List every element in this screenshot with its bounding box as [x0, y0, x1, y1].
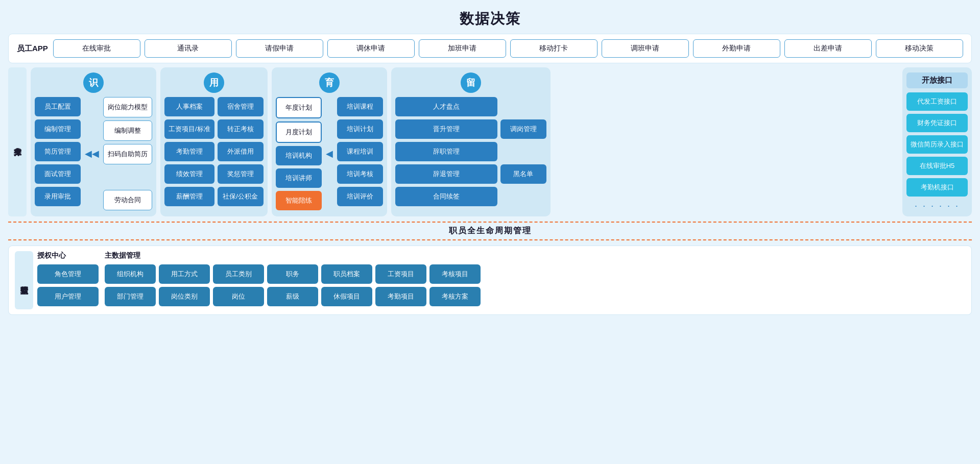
main-data-section-title: 主数据管理 — [105, 251, 965, 260]
emp-app-button[interactable]: 调休申请 — [327, 39, 415, 58]
biz-button-外派借用[interactable]: 外派借用 — [218, 142, 264, 161]
biz-section-留: 留人才盘点晋升管理辞职管理辞退管理合同续签调岗管理黑名单 — [391, 67, 551, 216]
emp-app-button[interactable]: 加班申请 — [419, 39, 506, 58]
emp-app-button[interactable]: 在线审批 — [53, 39, 140, 58]
emp-app-buttons: 在线审批通讯录请假申请调休申请加班申请移动打卡调班申请外勤申请出差申请移动决策 — [53, 39, 963, 58]
main-data-button[interactable]: 岗位 — [213, 287, 264, 306]
biz-button-薪酬管理[interactable]: 薪酬管理 — [164, 187, 214, 206]
biz-button-岗位能力模型[interactable]: 岗位能力模型 — [103, 97, 152, 117]
biz-button-面试管理[interactable]: 面试管理 — [35, 164, 81, 184]
biz-btn-spacer — [500, 142, 546, 161]
biz-button-转正考核[interactable]: 转正考核 — [218, 119, 264, 139]
main-data-row: 组织机构用工方式员工类别职务职员档案工资项目考核项目 — [105, 264, 965, 284]
main-data-button[interactable]: 岗位类别 — [159, 287, 210, 306]
biz-button-晋升管理[interactable]: 晋升管理 — [395, 119, 497, 139]
biz-section-inner-用: 人事档案工资项目/标准考勤管理绩效管理薪酬管理宿舍管理转正考核外派借用奖惩管理社… — [164, 97, 264, 206]
biz-button-培训考核[interactable]: 培训考核 — [337, 164, 383, 184]
biz-button-培训机构[interactable]: 培训机构 — [276, 146, 322, 165]
biz-button-简历管理[interactable]: 简历管理 — [35, 142, 81, 161]
auth-button[interactable]: 用户管理 — [37, 287, 99, 306]
auth-section: 授权中心 角色管理用户管理 — [37, 251, 99, 309]
main-data-button[interactable]: 工资项目 — [375, 264, 426, 284]
biz-col: 宿舍管理转正考核外派借用奖惩管理社保/公积金 — [218, 97, 264, 206]
open-interface-button[interactable]: 在线审批H5 — [906, 157, 968, 175]
main-data-button[interactable]: 部门管理 — [105, 287, 156, 306]
emp-app-button[interactable]: 调班申请 — [602, 39, 689, 58]
emp-app-label: 员工APP — [17, 44, 48, 54]
section-circle-育: 育 — [319, 72, 340, 93]
biz-button-月度计划[interactable]: 月度计划 — [276, 121, 322, 143]
main-data-section: 主数据管理 组织机构用工方式员工类别职务职员档案工资项目考核项目部门管理岗位类别… — [105, 251, 965, 309]
emp-app-row: 员工APP 在线审批通讯录请假申请调休申请加班申请移动打卡调班申请外勤申请出差申… — [8, 34, 972, 63]
emp-app-button[interactable]: 出差申请 — [784, 39, 872, 58]
biz-button-调岗管理[interactable]: 调岗管理 — [500, 119, 546, 139]
biz-button-课程培训[interactable]: 课程培训 — [337, 142, 383, 161]
emp-app-button[interactable]: 请假申请 — [236, 39, 323, 58]
section-circle-用: 用 — [204, 72, 224, 93]
biz-button-工资项目/标准[interactable]: 工资项目/标准 — [164, 119, 214, 139]
biz-button-年度计划[interactable]: 年度计划 — [276, 97, 322, 118]
open-interface-dots: · · · · · · — [906, 201, 968, 211]
biz-button-辞职管理[interactable]: 辞职管理 — [395, 142, 497, 161]
biz-button-奖惩管理[interactable]: 奖惩管理 — [218, 164, 264, 184]
biz-button-人事档案[interactable]: 人事档案 — [164, 97, 214, 116]
main-data-button[interactable]: 职务 — [267, 264, 318, 284]
biz-col: 年度计划月度计划培训机构培训讲师智能陪练 — [276, 97, 322, 210]
biz-col: 岗位能力模型编制调整扫码自助简历劳动合同 — [103, 97, 152, 210]
emp-app-button[interactable]: 移动决策 — [876, 39, 963, 58]
emp-app-button[interactable]: 通讯录 — [145, 39, 232, 58]
biz-button-劳动合同[interactable]: 劳动合同 — [103, 190, 152, 210]
biz-button-绩效管理[interactable]: 绩效管理 — [164, 164, 214, 184]
open-interface-button[interactable]: 微信简历录入接口 — [906, 135, 968, 154]
biz-button-辞退管理[interactable]: 辞退管理 — [395, 164, 497, 184]
biz-button-合同续签[interactable]: 合同续签 — [395, 187, 497, 206]
master-data-content: 授权中心 角色管理用户管理 主数据管理 组织机构用工方式员工类别职务职员档案工资… — [37, 251, 965, 309]
biz-section-育: 育年度计划月度计划培训机构培训讲师智能陪练◀培训课程培训计划课程培训培训考核培训… — [272, 67, 387, 216]
biz-section-inner-育: 年度计划月度计划培训机构培训讲师智能陪练◀培训课程培训计划课程培训培训考核培训评… — [276, 97, 383, 210]
biz-button-编制调整[interactable]: 编制调整 — [103, 120, 152, 141]
main-data-button[interactable]: 考勤项目 — [375, 287, 426, 306]
main-data-row: 部门管理岗位类别岗位薪级休假项目考勤项目考核方案 — [105, 287, 965, 306]
biz-section-识: 识员工配置编制管理简历管理面试管理录用审批◀◀岗位能力模型编制调整扫码自助简历劳… — [31, 67, 156, 216]
open-interface-button[interactable]: 代发工资接口 — [906, 92, 968, 111]
main-data-button[interactable]: 考核方案 — [429, 287, 481, 306]
main-data-button[interactable]: 员工类别 — [213, 264, 264, 284]
section-circle-留: 留 — [461, 72, 481, 93]
biz-button-宿舍管理[interactable]: 宿舍管理 — [218, 97, 264, 116]
biz-button-社保/公积金[interactable]: 社保/公积金 — [218, 187, 264, 206]
page-title: 数据决策 — [0, 0, 980, 34]
biz-button-人才盘点[interactable]: 人才盘点 — [395, 97, 497, 116]
biz-button-录用审批[interactable]: 录用审批 — [35, 187, 81, 206]
biz-col: 人才盘点晋升管理辞职管理辞退管理合同续签 — [395, 97, 497, 206]
biz-button-培训计划[interactable]: 培训计划 — [337, 119, 383, 139]
main-data-button[interactable]: 职员档案 — [321, 264, 372, 284]
emp-app-button[interactable]: 移动打卡 — [510, 39, 597, 58]
master-data-label: 主数据管理 — [15, 251, 33, 309]
open-interface-panel: 开放接口 代发工资接口财务凭证接口微信简历录入接口在线审批H5考勤机接口 · ·… — [902, 67, 972, 216]
main-data-button[interactable]: 薪级 — [267, 287, 318, 306]
biz-support-label: 业务支撑 — [8, 67, 27, 216]
emp-app-button[interactable]: 外勤申请 — [693, 39, 780, 58]
main-data-button[interactable]: 休假项目 — [321, 287, 372, 306]
biz-col: 培训课程培训计划课程培训培训考核培训评价 — [337, 97, 383, 210]
open-interface-button[interactable]: 财务凭证接口 — [906, 114, 968, 132]
biz-button-培训评价[interactable]: 培训评价 — [337, 187, 383, 206]
biz-col: 调岗管理黑名单 — [500, 97, 546, 206]
main-data-button[interactable]: 用工方式 — [159, 264, 210, 284]
biz-button-扫码自助简历[interactable]: 扫码自助简历 — [103, 144, 152, 164]
biz-button-黑名单[interactable]: 黑名单 — [500, 164, 546, 184]
main-data-button[interactable]: 考核项目 — [429, 264, 481, 284]
open-interface-button[interactable]: 考勤机接口 — [906, 178, 968, 197]
biz-button-智能陪练[interactable]: 智能陪练 — [276, 191, 322, 210]
biz-button-培训讲师[interactable]: 培训讲师 — [276, 168, 322, 188]
auth-button[interactable]: 角色管理 — [37, 264, 99, 284]
biz-button-员工配置[interactable]: 员工配置 — [35, 97, 81, 116]
main-data-button[interactable]: 组织机构 — [105, 264, 156, 284]
biz-button-考勤管理[interactable]: 考勤管理 — [164, 142, 214, 161]
biz-button-培训课程[interactable]: 培训课程 — [337, 97, 383, 116]
biz-col: 员工配置编制管理简历管理面试管理录用审批 — [35, 97, 81, 210]
biz-button-编制管理[interactable]: 编制管理 — [35, 119, 81, 139]
section-circle-识: 识 — [83, 72, 104, 93]
arrow-connector: ◀ — [325, 97, 334, 210]
open-interface-buttons: 代发工资接口财务凭证接口微信简历录入接口在线审批H5考勤机接口 — [906, 92, 968, 200]
